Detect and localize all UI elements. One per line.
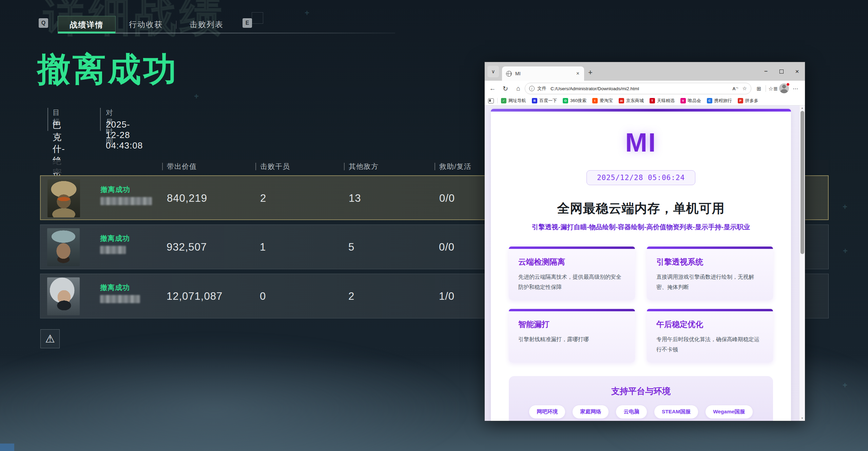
bookmark-favicon: B	[532, 98, 537, 103]
feature-card-title: 引擎透视系统	[656, 257, 764, 267]
cell-other-enemies: 13	[349, 192, 361, 204]
favorite-star-icon[interactable]: ☆	[742, 85, 747, 92]
favorites-bar-button[interactable]: ☆≣	[768, 84, 778, 93]
bookmark-item[interactable]: P 拼多多	[738, 98, 758, 104]
crosshair-decoration: +	[843, 380, 847, 390]
back-arrow-icon: ←	[489, 85, 496, 92]
extensions-button[interactable]: ⊞	[754, 84, 764, 93]
notification-dot	[786, 83, 790, 86]
cell-value: 840,219	[167, 192, 207, 204]
crosshair-decoration: +	[194, 92, 199, 101]
window-minimize-button[interactable]: −	[758, 62, 774, 81]
page-headline: 全网最稳云端内存，单机可用	[491, 200, 791, 217]
bookmark-favicon: C	[707, 98, 712, 103]
maximize-icon	[779, 70, 784, 74]
settings-menu-button[interactable]: ⋯	[791, 84, 800, 93]
sidebar-panel-icon[interactable]	[488, 98, 494, 103]
player-name-blurred	[100, 197, 152, 205]
bookmark-favicon: JD	[619, 98, 624, 103]
tab-kill-list[interactable]: 击败列表	[176, 16, 237, 33]
tab-battle-details[interactable]: 战绩详情	[58, 16, 116, 34]
warning-icon: ⚠	[45, 333, 55, 344]
browser-tab[interactable]: MI ×	[502, 66, 584, 81]
bookmark-item[interactable]: t 爱淘宝	[592, 98, 613, 104]
feature-card-desc: 专用午后时段优化算法，确保高峰期稳定运行不卡顿	[656, 334, 764, 354]
bookmark-favicon: O	[563, 98, 568, 103]
feature-card-title: 智能漏打	[518, 319, 625, 330]
bookmark-item[interactable]: C 携程旅行	[707, 98, 732, 104]
cell-value: 12,071,087	[167, 290, 223, 302]
platform-pill: Wegame国服	[705, 405, 753, 419]
page-scrollbar[interactable]: ▲ ▼	[799, 105, 805, 421]
bookmark-item[interactable]: B 百度一下	[532, 98, 557, 104]
feature-card: 云端检测隔离 先进的云端隔离技术，提供最高级别的安全防护和稳定性保障	[509, 247, 635, 300]
result-title: 撤离成功	[37, 47, 178, 92]
read-aloud-icon[interactable]: A﹁	[732, 86, 738, 91]
feature-card-desc: 先进的云端隔离技术，提供最高级别的安全防护和稳定性保障	[518, 272, 625, 292]
window-maximize-button[interactable]	[774, 62, 789, 81]
feature-card-title: 云端检测隔离	[518, 257, 625, 267]
avatar	[47, 179, 80, 217]
bookmark-favicon: ✓	[501, 98, 506, 103]
feature-card: 智能漏打 引擎射线精准漏打，露哪打哪	[509, 309, 635, 362]
match-time-value: 2025-12-28 04:43:08	[106, 119, 143, 151]
info-separator	[100, 108, 101, 131]
cell-kills: 1	[260, 241, 266, 253]
browser-window: ∨ MI × + − × ← ↻ ⌂ i 文件 C:/Users/Adminis…	[485, 62, 805, 421]
tab-actions-menu-button[interactable]: ∨	[487, 66, 499, 77]
page-info-icon[interactable]: i	[529, 86, 535, 91]
address-bar[interactable]: i 文件 C:/Users/Administrator/Downloads/mi…	[525, 83, 751, 94]
browser-titlebar: ∨ MI × + − ×	[485, 62, 805, 81]
refresh-button[interactable]: ↻	[500, 84, 510, 93]
tab-label: 战绩详情	[70, 20, 104, 30]
home-icon: ⌂	[516, 85, 520, 92]
hotkey-q-badge: Q	[39, 18, 48, 28]
cell-rescue: 0/0	[439, 192, 455, 204]
column-header-value: 带出价值	[162, 163, 197, 170]
new-tab-button[interactable]: +	[588, 68, 593, 77]
platform-pill: STEAM国服	[654, 405, 698, 419]
crosshair-decoration: +	[843, 246, 848, 256]
cell-rescue: 0/0	[439, 241, 455, 253]
features-line: 引擎透视-漏打自瞄-物品绘制-容器绘制-高价值物资列表-显示手持-显示职业	[491, 222, 791, 232]
corner-artifact	[0, 444, 14, 451]
bookmark-label: 唯品会	[688, 98, 701, 104]
avatar	[47, 228, 80, 266]
bookmark-item[interactable]: O 360搜索	[563, 98, 586, 104]
row-status: 撤离成功	[100, 234, 130, 243]
chevron-down-icon: ∨	[491, 68, 495, 75]
column-header-rescue: 救助/复活	[435, 163, 471, 170]
bookmark-item[interactable]: T 天猫精选	[650, 98, 675, 104]
cell-kills: 2	[260, 192, 266, 204]
page-viewport: MI 2025/12/28 05:06:24 全网最稳云端内存，单机可用 引擎透…	[485, 105, 805, 421]
browser-toolbar: ← ↻ ⌂ i 文件 C:/Users/Administrator/Downlo…	[485, 81, 805, 96]
scroll-down-arrow-icon[interactable]: ▼	[799, 417, 805, 420]
home-button[interactable]: ⌂	[513, 84, 523, 93]
tab-title: MI	[515, 71, 576, 76]
cell-rescue: 1/0	[439, 290, 455, 302]
decorative-square	[252, 12, 263, 24]
bookmark-favicon: t	[592, 98, 598, 103]
bookmark-item[interactable]: ✓ 网址导航	[501, 98, 526, 104]
feature-card: 午后稳定优化 专用午后时段优化算法，确保高峰期稳定运行不卡顿	[647, 309, 773, 362]
warning-button[interactable]: ⚠	[40, 329, 60, 348]
profile-avatar[interactable]	[779, 83, 789, 93]
bookmark-item[interactable]: JD 京东商城	[619, 98, 644, 104]
globe-favicon-icon	[506, 71, 512, 77]
bookmark-item[interactable]: V 唯品会	[680, 98, 701, 104]
tab-action-loot[interactable]: 行动收获	[116, 16, 176, 33]
row-status: 撤离成功	[100, 185, 130, 194]
scrollbar-thumb[interactable]	[801, 111, 804, 254]
bookmark-label: 爱淘宝	[600, 98, 613, 104]
avatar	[47, 277, 80, 315]
bookmark-label: 360搜索	[570, 98, 586, 104]
tab-close-icon[interactable]: ×	[576, 71, 580, 77]
player-name-blurred	[100, 295, 140, 303]
back-button[interactable]: ←	[487, 84, 498, 93]
timestamp-badge: 2025/12/28 05:06:24	[586, 170, 695, 185]
scroll-up-arrow-icon[interactable]: ▲	[799, 106, 805, 110]
cell-value: 932,507	[167, 241, 207, 253]
bookmark-label: 携程旅行	[714, 98, 732, 104]
bookmark-favicon: V	[680, 98, 686, 103]
window-close-button[interactable]: ×	[789, 62, 805, 81]
